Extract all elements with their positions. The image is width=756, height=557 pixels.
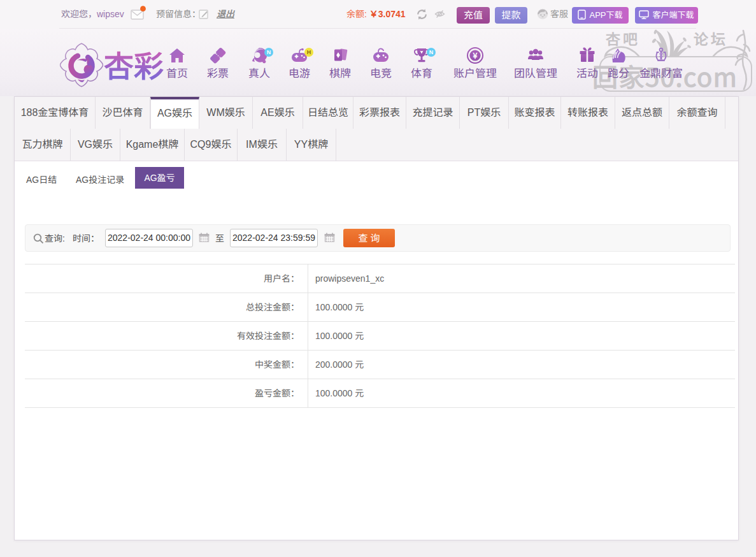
svg-text:¥: ¥ bbox=[473, 49, 478, 61]
svg-text:论坛: 论坛 bbox=[694, 27, 728, 49]
svg-text:杏吧: 杏吧 bbox=[606, 27, 640, 49]
